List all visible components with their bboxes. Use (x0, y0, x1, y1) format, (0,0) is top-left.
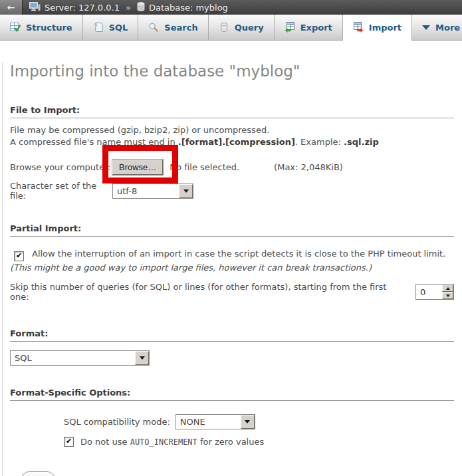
allow-interruption-row: ✔Allow the interruption of an import in … (10, 247, 454, 274)
auto-increment-label: Do not use AUTO_INCREMENT for zero value… (80, 437, 264, 447)
no-file-selected-text: No file selected. (170, 162, 239, 172)
stepper-down-button[interactable] (442, 292, 453, 299)
auto-increment-code: AUTO_INCREMENT (130, 437, 197, 447)
check-icon: ✔ (16, 251, 22, 260)
allow-interruption-checkbox[interactable]: ✔ (14, 251, 24, 261)
compression-line2: A compressed file's name must end in .[f… (10, 136, 454, 148)
format-row: SQL (10, 350, 454, 366)
skip-queries-label: Skip this number of queries (for SQL) or… (10, 282, 406, 302)
sql-compatibility-label: SQL compatibility mode: (64, 417, 170, 427)
dropdown-arrow-icon (245, 420, 250, 423)
search-icon (148, 22, 159, 33)
allow-interruption-note: (This might be a good way to import larg… (10, 263, 372, 273)
tab-sql[interactable]: SQL (83, 15, 139, 40)
tab-label: Structure (26, 23, 72, 33)
sql-icon (93, 22, 104, 33)
tab-label: SQL (109, 23, 128, 33)
up-arrow-icon (446, 287, 450, 290)
format-pattern: .[format].[compression] (178, 137, 295, 147)
format-select[interactable]: SQL (10, 350, 150, 366)
import-icon (353, 22, 364, 33)
browse-label: Browse your computer: (10, 162, 112, 172)
compression-line1: File may be compressed (gzip, bzip2, zip… (10, 124, 454, 136)
submit-row: Go (21, 471, 454, 476)
charset-select-arrow[interactable] (179, 184, 193, 198)
max-size-note: (Max: 2,048KiB) (274, 162, 343, 172)
tab-import[interactable]: Import (343, 15, 412, 41)
file-upload-row: Browse your computer: Browse… No file se… (10, 160, 454, 175)
format-selected-value: SQL (11, 351, 135, 365)
page-title: Importing into the database "myblog" (10, 62, 454, 80)
section-heading-partial-import: Partial Import: (10, 223, 454, 237)
section-heading-format-specific-options: Format-Specific Options: (10, 388, 454, 401)
charset-selected-value: utf-8 (113, 184, 179, 198)
skip-queries-row: Skip this number of queries (for SQL) or… (10, 282, 454, 302)
database-icon (137, 2, 145, 13)
auto-increment-row: ✔ Do not use AUTO_INCREMENT for zero val… (64, 437, 454, 447)
skip-queries-value: 0 (416, 285, 442, 299)
compression-note: File may be compressed (gzip, bzip2, zip… (10, 124, 454, 148)
breadcrumb-bar: ← Server: 127.0.0.1 » Database: myblog (0, 0, 462, 15)
tab-label: Search (164, 23, 197, 33)
query-icon (219, 22, 229, 33)
example-extension: .sql.zip (344, 137, 379, 147)
sql-compatibility-select-arrow[interactable] (241, 415, 255, 429)
dropdown-arrow-icon (183, 189, 189, 193)
tab-structure[interactable]: Structure (0, 15, 83, 40)
check-icon: ✔ (66, 437, 72, 445)
dropdown-arrow-icon (140, 356, 145, 360)
browse-button[interactable]: Browse… (112, 160, 163, 175)
sql-compatibility-value: NONE (176, 415, 241, 429)
tab-query[interactable]: Query (209, 15, 275, 40)
tab-label: Import (369, 23, 402, 33)
breadcrumb-server-link[interactable]: Server: 127.0.0.1 (45, 3, 120, 13)
go-button[interactable]: Go (21, 471, 56, 476)
tab-label: Query (235, 23, 264, 33)
back-button[interactable]: ← (0, 0, 23, 15)
allow-interruption-text: Allow the interruption of an import in c… (32, 249, 445, 259)
sql-compatibility-select[interactable]: NONE (175, 414, 255, 429)
export-icon (285, 22, 295, 33)
section-heading-file-to-import: File to Import: (10, 105, 454, 118)
sql-compatibility-row: SQL compatibility mode: NONE (64, 414, 454, 429)
tab-label: More (435, 23, 460, 33)
charset-row: Character set of the file: utf-8 (10, 181, 454, 201)
structure-icon (10, 22, 21, 33)
tab-search[interactable]: Search (138, 15, 208, 40)
tab-export[interactable]: Export (275, 15, 343, 40)
charset-select[interactable]: utf-8 (112, 183, 193, 199)
back-arrow-icon: ← (7, 2, 15, 13)
down-arrow-icon (446, 295, 450, 297)
tab-label: Export (300, 23, 332, 33)
tab-bar: Structure SQL Search Query (0, 15, 462, 41)
chevron-down-icon (422, 25, 430, 30)
charset-label: Character set of the file: (10, 181, 112, 201)
stepper-up-button[interactable] (442, 285, 453, 292)
format-select-arrow[interactable] (135, 351, 149, 365)
import-page: Importing into the database "myblog" Fil… (2, 62, 462, 476)
breadcrumb-database-link[interactable]: Database: myblog (149, 3, 228, 13)
breadcrumb-separator: » (126, 3, 131, 13)
server-icon (29, 2, 41, 13)
stepper-buttons (442, 285, 453, 299)
auto-increment-checkbox[interactable]: ✔ (64, 437, 74, 447)
skip-queries-stepper[interactable]: 0 (415, 284, 454, 300)
tab-more[interactable]: More (412, 15, 462, 40)
breadcrumb: Server: 127.0.0.1 » Database: myblog (29, 2, 228, 13)
section-heading-format: Format: (10, 328, 454, 342)
